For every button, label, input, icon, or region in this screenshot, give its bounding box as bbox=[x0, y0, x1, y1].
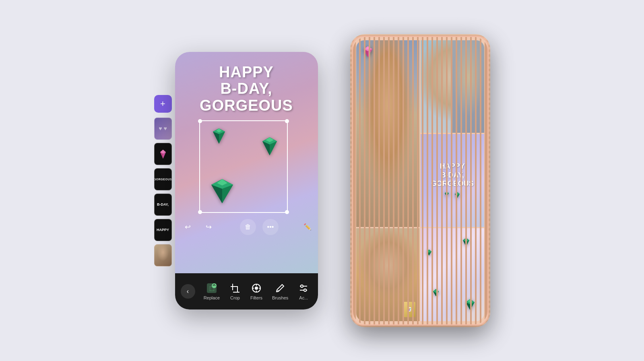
edit-button[interactable]: ✏️ bbox=[303, 223, 312, 231]
pink-gem-overlay bbox=[360, 44, 376, 60]
svg-point-2 bbox=[212, 283, 217, 288]
bday-text-right: HAPPY B-DAY, GORGEOUS bbox=[431, 162, 474, 188]
card-in-hand: 🃏 bbox=[403, 302, 415, 317]
corner-handle-tl[interactable] bbox=[198, 119, 202, 123]
crop-icon bbox=[229, 283, 241, 294]
toolbar-crop[interactable]: Crop bbox=[229, 283, 241, 300]
svg-point-15 bbox=[301, 285, 303, 287]
back-button[interactable]: ‹ bbox=[181, 284, 195, 299]
gem-scatter-1 bbox=[460, 236, 472, 249]
replace-label: Replace bbox=[204, 295, 220, 300]
toolbar-replace[interactable]: ⬚ Replace bbox=[204, 283, 220, 300]
filters-label: Filters bbox=[250, 295, 262, 300]
happy-label: HAPPY bbox=[157, 228, 169, 232]
right-phone: HAPPY B-DAY, GORGEOUS bbox=[352, 36, 489, 326]
toolbar-items: ⬚ Replace bbox=[195, 283, 318, 300]
pink-gem-icon bbox=[157, 148, 169, 159]
sidebar-thumb-purple[interactable]: ♥ ♥ bbox=[154, 118, 172, 140]
girl1-sim bbox=[356, 40, 420, 227]
left-phone-wrapper: + ♥ ♥ GORGEOUS B-DAY, HAPPY bbox=[154, 52, 318, 309]
delete-button[interactable]: 🗑 bbox=[240, 219, 256, 235]
redo-button[interactable]: ↪ bbox=[202, 221, 215, 233]
add-button[interactable]: + bbox=[154, 95, 172, 113]
right-phone-grid: HAPPY B-DAY, GORGEOUS bbox=[356, 40, 484, 321]
gem-scatter-2 bbox=[425, 248, 433, 258]
bday-gems bbox=[443, 191, 462, 199]
svg-rect-4 bbox=[231, 286, 237, 287]
title-line2: B-DAY, bbox=[200, 80, 293, 97]
grid-girl1 bbox=[356, 40, 420, 227]
toolbar-brushes[interactable]: Brushes bbox=[272, 283, 288, 300]
action-left: ↩ ↪ bbox=[182, 221, 215, 233]
title-line1: HAPPY bbox=[200, 64, 293, 81]
grid-girl3: 🃏 bbox=[356, 228, 420, 321]
grid-gems bbox=[421, 228, 484, 321]
phone-title: HAPPY B-DAY, GORGEOUS bbox=[200, 64, 293, 114]
svg-rect-5 bbox=[237, 286, 238, 293]
grid-girl2 bbox=[421, 40, 484, 133]
svg-point-8 bbox=[255, 287, 258, 290]
adjust-label: Ac... bbox=[299, 295, 308, 300]
corner-handle-br[interactable] bbox=[285, 210, 289, 214]
toolbar-filters[interactable]: Filters bbox=[250, 283, 262, 300]
replace-icon: ⬚ bbox=[206, 283, 217, 294]
action-bar: ↩ ↪ 🗑 ••• ✏️ bbox=[175, 219, 318, 235]
right-phone-frame: HAPPY B-DAY, GORGEOUS bbox=[350, 34, 490, 327]
sidebar-thumb-photo[interactable] bbox=[154, 244, 172, 266]
gem-scatter-3 bbox=[462, 297, 478, 313]
brushes-label: Brushes bbox=[272, 295, 288, 300]
gem-heart-3 bbox=[204, 174, 240, 208]
toolbar-adjust[interactable]: Ac... bbox=[298, 283, 309, 300]
title-line3: GORGEOUS bbox=[200, 97, 293, 114]
action-center: 🗑 ••• bbox=[240, 219, 279, 235]
brushes-icon bbox=[275, 283, 286, 294]
undo-button[interactable]: ↩ bbox=[182, 221, 194, 233]
filters-icon bbox=[251, 283, 262, 294]
sidebar-thumb-pink-gem[interactable] bbox=[154, 143, 172, 165]
svg-point-16 bbox=[304, 289, 306, 291]
girl2b-sim bbox=[452, 40, 484, 133]
sidebar-thumb-gorgeous[interactable]: GORGEOUS bbox=[154, 168, 172, 190]
grid-bday: HAPPY B-DAY, GORGEOUS bbox=[421, 134, 484, 227]
more-button[interactable]: ••• bbox=[262, 219, 279, 235]
corner-handle-tr[interactable] bbox=[285, 119, 289, 123]
selection-box[interactable] bbox=[199, 120, 288, 213]
bday-label: B-DAY, bbox=[157, 202, 169, 206]
left-sidebar: + ♥ ♥ GORGEOUS B-DAY, HAPPY bbox=[154, 95, 172, 266]
phone-toolbar: ‹ ⬚ Replace bbox=[175, 273, 318, 309]
gem-heart-1 bbox=[208, 125, 230, 147]
sidebar-thumb-happy[interactable]: HAPPY bbox=[154, 219, 172, 241]
adjust-icon bbox=[298, 283, 309, 294]
gorgeous-label: GORGEOUS bbox=[154, 178, 172, 181]
corner-handle-bl[interactable] bbox=[198, 210, 202, 214]
sidebar-thumb-bday[interactable]: B-DAY, bbox=[154, 194, 172, 216]
left-phone: HAPPY B-DAY, GORGEOUS bbox=[175, 52, 318, 309]
gem-scatter-4 bbox=[431, 288, 441, 299]
svg-rect-6 bbox=[233, 292, 239, 293]
purple-hearts-icon: ♥ ♥ bbox=[159, 125, 167, 132]
phone-canvas: HAPPY B-DAY, GORGEOUS bbox=[175, 52, 318, 273]
gem-heart-2 bbox=[257, 133, 283, 159]
crop-label: Crop bbox=[230, 295, 240, 300]
